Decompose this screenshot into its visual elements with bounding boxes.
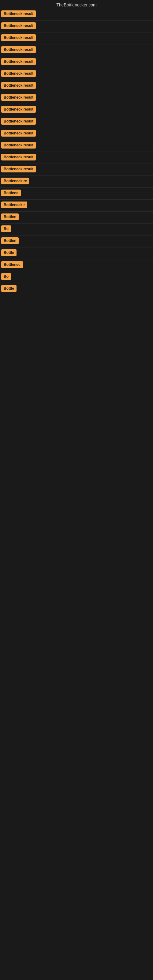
bottleneck-result-badge[interactable]: Bo (1, 225, 11, 232)
bottleneck-result-badge[interactable]: Bottleneck result (1, 10, 36, 17)
bottleneck-result-badge[interactable]: Bottleneck result (1, 46, 36, 53)
list-item: Bottleneck result (0, 140, 153, 152)
list-item: Bo (0, 224, 153, 235)
list-item: Bottleneck result (0, 68, 153, 80)
list-item: Bottleneck r (0, 200, 153, 212)
list-item: Bottleneck result (0, 104, 153, 116)
bottleneck-result-badge[interactable]: Bo (1, 273, 11, 280)
list-item: Bottleneck result (0, 92, 153, 104)
results-list: Bottleneck resultBottleneck resultBottle… (0, 9, 153, 295)
list-item: Bottleneck result (0, 164, 153, 176)
bottleneck-result-badge[interactable]: Bottleneck r (1, 202, 27, 208)
bottleneck-result-badge[interactable]: Bottle (1, 285, 16, 292)
list-item: Bottleneck result (0, 116, 153, 128)
list-item: Bottleneck result (0, 21, 153, 32)
list-item: Bottlene (0, 188, 153, 200)
list-item: Bottleneck result (0, 32, 153, 45)
bottleneck-result-badge[interactable]: Bottleneck result (1, 82, 36, 89)
bottleneck-result-badge[interactable]: Bottleneck result (1, 34, 36, 41)
list-item: Bottleneck result (0, 9, 153, 21)
list-item: Bottleneck result (0, 152, 153, 164)
list-item: Bottlenec (0, 259, 153, 271)
bottleneck-result-badge[interactable]: Bottlenec (1, 261, 23, 268)
list-item: Bo (0, 271, 153, 283)
list-item: Bottleneck result (0, 56, 153, 68)
bottleneck-result-badge[interactable]: Bottleneck re (1, 178, 29, 185)
bottleneck-result-badge[interactable]: Bottleneck result (1, 142, 36, 148)
list-item: Bottlen (0, 212, 153, 224)
list-item: Bottleneck result (0, 45, 153, 56)
site-title-container: TheBottlenecker.com (0, 0, 153, 9)
list-item: Bottle (0, 283, 153, 295)
bottleneck-result-badge[interactable]: Bottlene (1, 189, 21, 196)
list-item: Bottleneck result (0, 128, 153, 140)
bottleneck-result-badge[interactable]: Bottleneck result (1, 154, 36, 161)
bottleneck-result-badge[interactable]: Bottlen (1, 213, 19, 220)
site-title: TheBottlenecker.com (0, 0, 153, 9)
bottleneck-result-badge[interactable]: Bottleneck result (1, 118, 36, 125)
list-item: Bottlen (0, 235, 153, 247)
bottleneck-result-badge[interactable]: Bottleneck result (1, 130, 36, 137)
bottleneck-result-badge[interactable]: Bottlen (1, 237, 19, 244)
bottleneck-result-badge[interactable]: Bottleneck result (1, 22, 36, 29)
bottleneck-result-badge[interactable]: Bottleneck result (1, 106, 36, 113)
bottleneck-result-badge[interactable]: Bottleneck result (1, 70, 36, 77)
list-item: Bottle (0, 247, 153, 259)
bottleneck-result-badge[interactable]: Bottle (1, 249, 16, 256)
bottleneck-result-badge[interactable]: Bottleneck result (1, 166, 36, 172)
bottleneck-result-badge[interactable]: Bottleneck result (1, 94, 36, 101)
bottleneck-result-badge[interactable]: Bottleneck result (1, 58, 36, 65)
list-item: Bottleneck result (0, 80, 153, 92)
list-item: Bottleneck re (0, 176, 153, 188)
